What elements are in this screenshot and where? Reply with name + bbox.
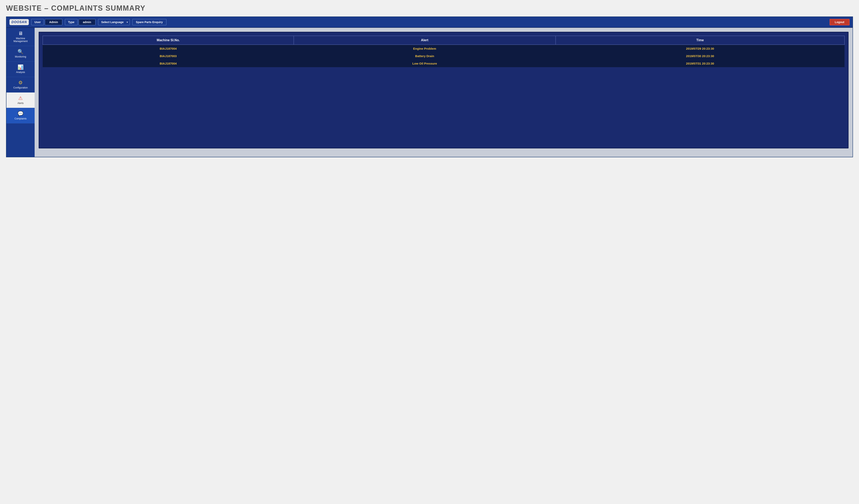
- alerts-icon: ⚠: [18, 96, 23, 100]
- time-cell: 2019/07/31 20:23:30: [556, 60, 844, 67]
- spare-parts-button[interactable]: Spare Parts Enquiry: [132, 19, 166, 25]
- complaints-icon: 💬: [17, 111, 24, 116]
- logout-button[interactable]: Logout: [830, 19, 849, 25]
- sidebar-label-complaints: Complaints: [15, 117, 27, 120]
- alert-cell: Engine Problem: [294, 45, 556, 52]
- col-header-time: Time: [556, 36, 844, 45]
- sidebar-item-complaints[interactable]: 💬 Complaints: [6, 108, 35, 124]
- type-label: Type: [65, 19, 78, 25]
- time-cell: 2019/07/30 20:23:30: [556, 52, 844, 60]
- table-row[interactable]: BIAJ187004Low Oil Pressure2019/07/31 20:…: [43, 60, 844, 67]
- page-title: WEBSITE – COMPLAINTS SUMMARY: [6, 4, 853, 13]
- sidebar-label-configuration: Configuration: [13, 86, 28, 89]
- complaints-table-container: Machine Sl.No. Alert Time BIAJ187004Engi…: [39, 32, 848, 148]
- app-container: DOOSAN User Admin Type admin Select Lang…: [6, 16, 853, 157]
- doosan-logo: DOOSAN: [10, 19, 29, 25]
- type-field: Type admin: [65, 19, 96, 25]
- language-select[interactable]: Select Language: [98, 19, 130, 25]
- machine-management-icon: 🖥: [18, 31, 23, 36]
- sidebar-item-monitoring[interactable]: 🔍 Monitoring: [6, 46, 35, 62]
- col-header-machine-sn: Machine Sl.No.: [43, 36, 294, 45]
- user-label: User: [31, 19, 44, 25]
- sidebar: 🖥 MachineManagement 🔍 Monitoring 📊 Analy…: [6, 28, 35, 157]
- table-row[interactable]: BIAJ187003Battery Drain2019/07/30 20:23:…: [43, 52, 844, 60]
- alert-cell: Battery Drain: [294, 52, 556, 60]
- monitoring-icon: 🔍: [17, 49, 24, 54]
- type-value: admin: [78, 19, 96, 25]
- language-select-wrapper[interactable]: Select Language: [98, 19, 130, 25]
- machine-sn-cell: BIAJ187004: [43, 60, 294, 67]
- sidebar-item-machine-management[interactable]: 🖥 MachineManagement: [6, 28, 35, 46]
- col-header-alert: Alert: [294, 36, 556, 45]
- user-value: Admin: [45, 19, 62, 25]
- configuration-icon: ⚙: [18, 80, 23, 85]
- sidebar-label-alerts: Alerts: [17, 102, 24, 105]
- table-row[interactable]: BIAJ187004Engine Problem2019/07/29 20:23…: [43, 45, 844, 52]
- content-area: Machine Sl.No. Alert Time BIAJ187004Engi…: [35, 28, 853, 157]
- sidebar-item-configuration[interactable]: ⚙ Configuration: [6, 77, 35, 93]
- machine-sn-cell: BIAJ187004: [43, 45, 294, 52]
- sidebar-label-analysis: Analysis: [16, 71, 25, 74]
- time-cell: 2019/07/29 20:23:30: [556, 45, 844, 52]
- user-field: User Admin: [31, 19, 62, 25]
- sidebar-label-monitoring: Monitoring: [15, 55, 26, 58]
- complaints-table: Machine Sl.No. Alert Time BIAJ187004Engi…: [43, 36, 845, 67]
- header: DOOSAN User Admin Type admin Select Lang…: [6, 17, 853, 28]
- machine-sn-cell: BIAJ187003: [43, 52, 294, 60]
- analysis-icon: 📊: [17, 65, 24, 69]
- logo-text: DOOSAN: [12, 20, 27, 24]
- main-layout: 🖥 MachineManagement 🔍 Monitoring 📊 Analy…: [6, 28, 853, 157]
- sidebar-item-analysis[interactable]: 📊 Analysis: [6, 62, 35, 77]
- sidebar-item-alerts[interactable]: ⚠ Alerts: [6, 93, 35, 108]
- alert-cell: Low Oil Pressure: [294, 60, 556, 67]
- sidebar-label-machine-management: MachineManagement: [14, 37, 28, 43]
